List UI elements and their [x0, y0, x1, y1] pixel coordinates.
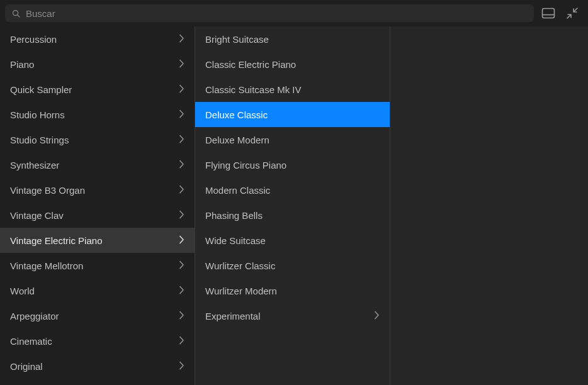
- svg-rect-2: [543, 9, 555, 18]
- chevron-right-icon: [179, 185, 184, 196]
- chevron-right-icon: [179, 260, 184, 271]
- search-field[interactable]: [5, 4, 534, 22]
- chevron-right-icon: [374, 311, 380, 321]
- preset-item-label: Deluxe Classic: [205, 109, 268, 120]
- preset-item-label: Classic Suitcase Mk IV: [205, 84, 302, 95]
- category-item[interactable]: Studio Horns: [0, 102, 195, 127]
- browser-columns: PercussionPianoQuick SamplerStudio Horns…: [0, 26, 588, 385]
- category-item-label: Studio Horns: [10, 109, 65, 120]
- preset-item[interactable]: Deluxe Modern: [195, 127, 390, 152]
- preset-item[interactable]: Wurlitzer Modern: [195, 278, 390, 303]
- category-item[interactable]: Cinematic: [0, 328, 195, 354]
- category-item[interactable]: Vintage Electric Piano: [0, 228, 195, 253]
- category-item[interactable]: Original: [0, 354, 195, 379]
- preset-item[interactable]: Modern Classic: [195, 177, 390, 203]
- category-item[interactable]: Quick Sampler: [0, 77, 195, 102]
- category-item-label: Cinematic: [10, 336, 52, 347]
- category-item-label: Quick Sampler: [10, 84, 72, 95]
- preset-item-label: Bright Suitcase: [205, 34, 269, 45]
- collapse-button[interactable]: [563, 4, 582, 23]
- svg-line-1: [18, 14, 20, 16]
- preset-item-label: Deluxe Modern: [205, 135, 269, 145]
- category-item-label: Synthesizer: [10, 160, 59, 170]
- chevron-right-icon: [179, 109, 184, 120]
- preset-item[interactable]: Phasing Bells: [195, 203, 390, 228]
- chevron-right-icon: [179, 235, 184, 246]
- category-item-label: Original: [10, 361, 43, 372]
- preset-item-label: Wide Suitcase: [205, 235, 266, 246]
- chevron-right-icon: [179, 84, 184, 95]
- category-item[interactable]: Synthesizer: [0, 152, 195, 177]
- category-item[interactable]: Vintage B3 Organ: [0, 177, 195, 203]
- category-item[interactable]: Vintage Clav: [0, 203, 195, 228]
- chevron-right-icon: [179, 336, 184, 347]
- preset-item[interactable]: Wurlitzer Classic: [195, 253, 390, 278]
- detail-column: [390, 26, 588, 385]
- view-mode-button[interactable]: [539, 4, 558, 23]
- preset-item[interactable]: Classic Electric Piano: [195, 52, 390, 77]
- category-item-label: Vintage B3 Organ: [10, 185, 85, 196]
- category-item[interactable]: Vintage Mellotron: [0, 253, 195, 278]
- category-item[interactable]: Piano: [0, 52, 195, 77]
- preset-item-label: Flying Circus Piano: [205, 160, 286, 170]
- chevron-right-icon: [179, 311, 184, 321]
- category-item-label: Percussion: [10, 34, 57, 45]
- category-item[interactable]: World: [0, 278, 195, 303]
- search-input[interactable]: [26, 8, 528, 19]
- chevron-right-icon: [179, 135, 184, 145]
- preset-item[interactable]: Flying Circus Piano: [195, 152, 390, 177]
- chevron-right-icon: [179, 286, 184, 296]
- chevron-right-icon: [179, 34, 184, 45]
- preset-item-label: Experimental: [205, 311, 261, 321]
- search-icon: [11, 9, 21, 18]
- preset-item[interactable]: Wide Suitcase: [195, 228, 390, 253]
- category-item-label: Vintage Mellotron: [10, 260, 83, 271]
- chevron-right-icon: [179, 210, 184, 221]
- preset-item-label: Classic Electric Piano: [205, 59, 296, 70]
- chevron-right-icon: [179, 160, 184, 170]
- preset-item-label: Modern Classic: [205, 185, 270, 196]
- toolbar: [0, 0, 588, 26]
- category-item-label: World: [10, 286, 35, 296]
- preset-column: Bright SuitcaseClassic Electric PianoCla…: [195, 26, 390, 385]
- preset-item-label: Wurlitzer Modern: [205, 286, 277, 296]
- chevron-right-icon: [179, 59, 184, 70]
- preset-item[interactable]: Experimental: [195, 303, 390, 328]
- category-item-label: Piano: [10, 59, 34, 70]
- category-item[interactable]: Percussion: [0, 26, 195, 52]
- category-item-label: Arpeggiator: [10, 311, 59, 321]
- category-item-label: Studio Strings: [10, 135, 69, 145]
- preset-item[interactable]: Bright Suitcase: [195, 26, 390, 52]
- chevron-right-icon: [179, 361, 184, 372]
- category-column: PercussionPianoQuick SamplerStudio Horns…: [0, 26, 195, 385]
- preset-item[interactable]: Classic Suitcase Mk IV: [195, 77, 390, 102]
- preset-item-label: Wurlitzer Classic: [205, 260, 275, 271]
- preset-item[interactable]: Deluxe Classic: [195, 102, 390, 127]
- category-item-label: Vintage Electric Piano: [10, 235, 102, 246]
- preset-item-label: Phasing Bells: [205, 210, 263, 221]
- category-item[interactable]: Arpeggiator: [0, 303, 195, 328]
- category-item-label: Vintage Clav: [10, 210, 64, 221]
- category-item[interactable]: Studio Strings: [0, 127, 195, 152]
